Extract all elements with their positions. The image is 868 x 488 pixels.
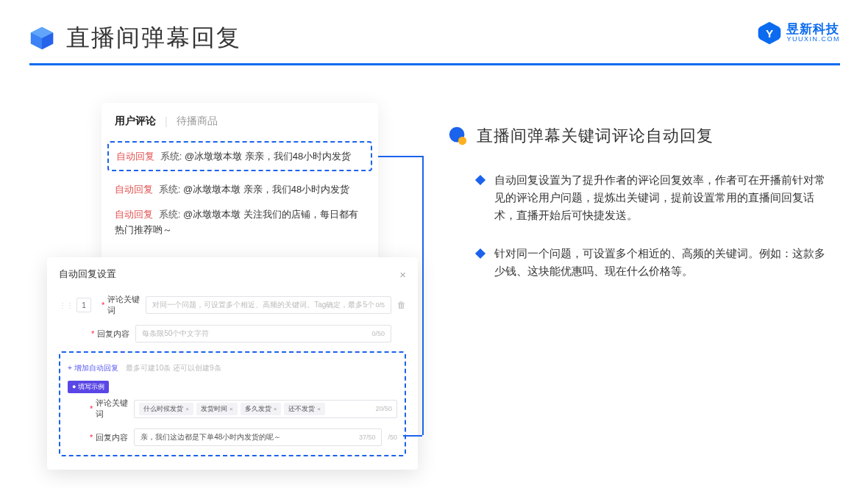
header-divider [29,63,840,65]
keyword-input[interactable]: 对同一个问题，可设置多个相近、高频的关键词。Tag确定，最多5个 0/5 [146,296,391,314]
bullet-text: 针对同一个问题，可设置多个相近的、高频的关键词。例如：这款多少钱、这块能优惠吗、… [494,245,833,281]
example-keyword-count: 20/50 [375,405,392,412]
example-content-input[interactable]: 亲，我们这边都是下单48小时内发货的呢～ 37/50 [134,428,382,446]
keyword-pill: 什么时候发货× [139,403,193,415]
example-label-content: 回复内容 [96,432,134,443]
content-input[interactable]: 每条限50个中文字符 0/50 [135,325,391,342]
section-title-row: 直播间弹幕关键词评论自动回复 [447,125,837,147]
example-keyword-input[interactable]: 什么时候发货× 发货时间× 多久发货× 还不发货× 20/50 [134,400,397,418]
comment-highlighted: 自动回复 系统: @冰墩墩本墩 亲亲，我们48小时内发货 [107,141,372,171]
add-hint: 最多可建10条 还可以创建9条 [126,364,221,372]
bullet-item: 自动回复设置为了提升作者的评论回复效率，作者可在开播前针对常见的评论用户问题，提… [477,172,837,225]
auto-reply-tag: 自动回复 [115,209,153,220]
comment-row: 自动回复 系统: @冰墩墩本墩 亲亲，我们48小时内发货 [115,182,365,197]
outer-count: /50 [388,434,397,441]
content-row: * 回复内容 每条限50个中文字符 0/50 [59,325,406,342]
content-placeholder: 每条限50个中文字符 [142,329,209,339]
required-mark: * [91,329,94,338]
comments-tabs: 用户评论 | 待播商品 [115,115,365,128]
bubble-icon [447,126,468,146]
tab-pending-products[interactable]: 待播商品 [177,115,218,128]
keyword-pill: 还不发货× [284,403,325,415]
content-count: 0/50 [371,330,385,337]
section-title: 直播间弹幕关键词评论自动回复 [477,125,714,147]
diamond-icon [475,175,485,185]
brand-name-cn: 昱新科技 [786,23,840,36]
close-icon[interactable]: × [399,268,406,281]
system-prefix: 系统: [159,184,181,195]
bullet-item: 针对同一个问题，可设置多个相近的、高频的关键词。例如：这款多少钱、这块能优惠吗、… [477,245,837,281]
example-content-value: 亲，我们这边都是下单48小时内发货的呢～ [140,432,281,442]
add-auto-reply-link[interactable]: + 增加自动回复 [68,364,118,372]
tab-user-comments[interactable]: 用户评论 [115,115,156,128]
system-prefix: 系统: [160,151,182,162]
label-keyword: 评论关键词 [107,294,146,316]
example-highlight-box: + 增加自动回复 最多可建10条 还可以创建9条 ● 填写示例 * 评论关键词 … [59,351,406,456]
comment-row: 自动回复 系统: @冰墩墩本墩 关注我们的店铺，每日都有热门推荐哟～ [115,207,365,238]
required-mark: * [102,301,104,309]
keyword-count: 0/5 [375,301,385,309]
page-title: 直播间弹幕回复 [66,22,241,54]
keyword-placeholder: 对同一个问题，可设置多个相近、高频的关键词。Tag确定，最多5个 [152,300,374,310]
brand-icon: Y [757,21,782,46]
label-content: 回复内容 [97,329,135,340]
brand-logo: Y 昱新科技 YUUXIN.COM [757,21,840,46]
comment-text: @冰墩墩本墩 亲亲，我们48小时内发货 [185,151,351,162]
cube-icon [28,24,56,52]
required-mark: * [90,433,93,442]
example-content-row: * 回复内容 亲，我们这边都是下单48小时内发货的呢～ 37/50 /50 [68,428,397,446]
page-header: 直播间弹幕回复 [0,0,868,54]
drag-handle-icon[interactable]: ⋮⋮ [59,301,74,309]
auto-reply-tag: 自动回复 [116,151,154,162]
settings-title: 自动回复设置 [59,268,116,281]
delete-icon[interactable]: 🗑 [397,300,406,310]
example-label-keyword: 评论关键词 [96,398,134,420]
brand-name-en: YUUXIN.COM [786,36,840,43]
required-mark: * [90,404,93,413]
svg-point-5 [458,137,466,145]
tab-separator: | [165,115,168,127]
auto-reply-tag: 自动回复 [115,184,153,195]
auto-reply-settings-panel: 自动回复设置 × ⋮⋮ 1 * 评论关键词 对同一个问题，可设置多个相近、高频的… [47,257,418,470]
diamond-icon [475,248,485,259]
pill-remove-icon[interactable]: × [317,406,321,412]
connector-line [422,156,424,435]
svg-text:Y: Y [766,27,773,40]
description-area: 直播间弹幕关键词评论自动回复 自动回复设置为了提升作者的评论回复效率，作者可在开… [447,125,837,301]
example-keyword-row: * 评论关键词 什么时候发货× 发货时间× 多久发货× 还不发货× 20/50 [68,398,397,420]
connector-line [378,156,422,157]
keyword-pill: 多久发货× [241,403,282,415]
row-number: 1 [77,298,91,312]
pill-remove-icon[interactable]: × [274,406,277,412]
pill-remove-icon[interactable]: × [185,406,189,412]
keyword-pill: 发货时间× [196,403,238,415]
pill-remove-icon[interactable]: × [230,406,233,412]
system-prefix: 系统: [159,209,181,220]
bullet-text: 自动回复设置为了提升作者的评论回复效率，作者可在开播前针对常见的评论用户问题，提… [494,172,833,225]
example-badge: ● 填写示例 [68,381,109,393]
comment-text: @冰墩墩本墩 亲亲，我们48小时内发货 [183,184,349,195]
example-content-count: 37/50 [359,434,376,441]
keyword-row: ⋮⋮ 1 * 评论关键词 对同一个问题，可设置多个相近、高频的关键词。Tag确定… [59,294,406,316]
